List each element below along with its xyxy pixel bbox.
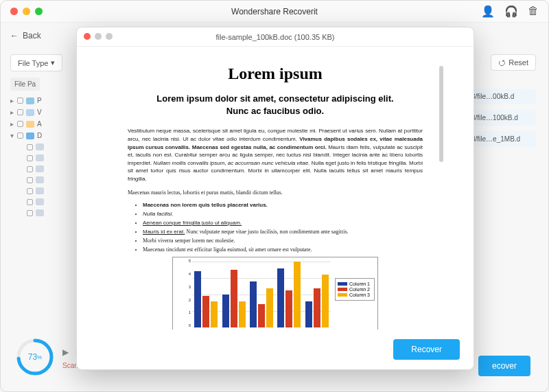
back-button[interactable]: ← Back: [10, 31, 41, 41]
play-icon[interactable]: ▶: [62, 347, 69, 357]
preview-title: file-sample_100kB.doc (100.35 KB): [77, 27, 474, 47]
file-type-label: File Type: [18, 59, 48, 67]
reset-label: Reset: [509, 58, 528, 67]
tree-row[interactable]: ▾D: [10, 130, 79, 141]
user-icon[interactable]: 👤: [481, 5, 495, 18]
tree-row[interactable]: [10, 196, 79, 207]
doc-h2: Lorem ipsum dolor sit amet, consectetur …: [128, 93, 423, 117]
chevron-down-icon: ▾: [51, 58, 55, 67]
list-item[interactable]: 3/file…e_1MB.d: [467, 131, 536, 147]
list-item[interactable]: 3/file…00kB.d: [467, 89, 536, 104]
reset-button[interactable]: ⭯ Reset: [491, 54, 536, 71]
recover-button[interactable]: Recover: [393, 339, 460, 360]
doc-bullets: Maecenas non lorem quis tellus placerat …: [128, 202, 423, 253]
title-bar: Wondershare Recoverit: [1, 1, 548, 23]
list-item[interactable]: 3/file…100kB.d: [467, 110, 536, 126]
tree-row[interactable]: ▸A: [10, 118, 79, 130]
doc-bullet: Maecenas tincidunt est efficitur ligula …: [143, 246, 423, 253]
file-path-header: File Pa: [10, 78, 40, 91]
tree-row[interactable]: [10, 152, 79, 163]
close-icon[interactable]: [84, 33, 91, 40]
tree-row[interactable]: [10, 207, 79, 218]
file-result-list[interactable]: 3/file…00kB.d3/file…100kB.d3/file…e_1MB.…: [467, 89, 536, 152]
scan-progress: 73%: [16, 338, 54, 376]
tree-row[interactable]: ▸P: [10, 95, 79, 106]
doc-bullet: Morbi viverra semper lorem nec molestie.: [143, 238, 423, 244]
doc-bullet: Maecenas non lorem quis tellus placerat …: [143, 202, 423, 208]
tree-row[interactable]: [10, 141, 79, 152]
document-preview[interactable]: Lorem ipsum Lorem ipsum dolor sit amet, …: [111, 55, 439, 330]
header-actions: 👤 🎧 🗑: [481, 5, 539, 18]
file-tree[interactable]: File Pa▸P▸V▸A▾D: [10, 78, 79, 218]
headset-icon[interactable]: 🎧: [504, 5, 518, 18]
tree-row[interactable]: [10, 174, 79, 185]
reset-icon: ⭯: [498, 58, 506, 67]
doc-bullet: Aenean congue fringilla justo ut aliquam…: [143, 220, 423, 226]
maximize-icon[interactable]: [106, 33, 113, 40]
back-label: Back: [23, 31, 41, 41]
doc-h1: Lorem ipsum: [128, 65, 423, 83]
maximize-icon[interactable]: [35, 8, 43, 15]
progress-unit: %: [37, 354, 42, 360]
scrollbar[interactable]: [439, 66, 443, 162]
close-icon[interactable]: [10, 8, 18, 15]
tree-row[interactable]: [10, 185, 79, 196]
progress-value: 73: [28, 352, 37, 362]
app-title: Wondershare Recoverit: [231, 7, 318, 16]
app-window: Wondershare Recoverit 👤 🎧 🗑 ← Back File …: [0, 0, 549, 392]
doc-p1: Vestibulum neque massa, scelerisque sit …: [128, 127, 423, 183]
window-controls[interactable]: [10, 8, 43, 15]
file-type-filter[interactable]: File Type ▾: [10, 54, 62, 71]
recover-button-main[interactable]: ecover: [478, 356, 530, 376]
doc-bullet: Nulla facilisi.: [143, 211, 423, 217]
preview-window-controls[interactable]: [84, 33, 113, 40]
chevron-left-icon: ←: [10, 31, 19, 41]
tree-row[interactable]: ▸V: [10, 106, 79, 118]
doc-p2: Maecenas mauris lectus, lobortis et puru…: [128, 189, 423, 197]
doc-bullet: Mauris id ex erat. Nunc vulputate neque …: [143, 229, 423, 235]
doc-chart: 543210 12345 Column 1Column 2Column 3: [172, 257, 378, 330]
minimize-icon[interactable]: [23, 8, 30, 15]
minimize-icon[interactable]: [95, 33, 102, 40]
preview-window: file-sample_100kB.doc (100.35 KB) Lorem …: [76, 27, 474, 370]
tree-row[interactable]: [10, 163, 79, 174]
trash-icon[interactable]: 🗑: [528, 5, 539, 18]
